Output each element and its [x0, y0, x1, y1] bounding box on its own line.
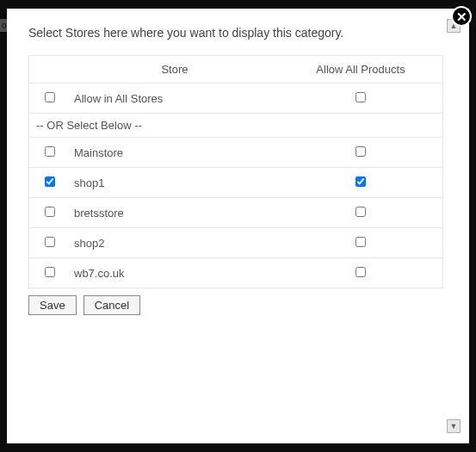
table-row: shop2 — [29, 228, 442, 258]
store-select-modal: ✕ ▲ ▼ Select Stores here where you want … — [7, 9, 469, 443]
all-stores-select-checkbox[interactable] — [45, 92, 55, 102]
store-select-checkbox[interactable] — [45, 267, 55, 277]
store-select-checkbox[interactable] — [45, 237, 55, 247]
scroll-down-button[interactable]: ▼ — [447, 419, 461, 433]
store-name: shop1 — [71, 170, 279, 196]
header-allow: Allow All Products — [279, 56, 442, 83]
store-select-checkbox[interactable] — [45, 176, 55, 187]
store-allow-checkbox[interactable] — [355, 146, 366, 157]
button-row: Save Cancel — [28, 295, 443, 315]
table-row: bretsstore — [29, 198, 442, 228]
store-name: wb7.co.uk — [71, 260, 279, 287]
store-table: Store Allow All Products Allow in All St… — [28, 55, 443, 288]
table-header: Store Allow All Products — [29, 56, 442, 84]
store-allow-checkbox[interactable] — [355, 176, 366, 187]
table-row: wb7.co.uk — [29, 258, 442, 288]
separator-row: -- OR Select Below -- — [29, 114, 442, 138]
header-store: Store — [71, 56, 279, 83]
all-stores-allow-checkbox[interactable] — [355, 92, 366, 102]
store-select-checkbox[interactable] — [45, 146, 55, 157]
header-check-col — [29, 56, 71, 83]
store-select-checkbox[interactable] — [45, 207, 55, 217]
store-allow-checkbox[interactable] — [355, 267, 366, 277]
store-allow-checkbox[interactable] — [355, 207, 366, 217]
all-stores-label: Allow in All Stores — [71, 85, 279, 112]
all-stores-row: Allow in All Stores — [29, 84, 442, 114]
store-name: Mainstore — [71, 139, 279, 166]
instruction-text: Select Stores here where you want to dis… — [28, 26, 443, 40]
table-row: shop1 — [29, 168, 442, 198]
cancel-button[interactable]: Cancel — [83, 295, 140, 315]
store-name: shop2 — [71, 230, 279, 257]
save-button[interactable]: Save — [28, 295, 77, 315]
store-allow-checkbox[interactable] — [355, 237, 366, 247]
store-name: bretsstore — [71, 200, 279, 226]
close-icon[interactable]: ✕ — [451, 6, 472, 27]
modal-content: Select Stores here where you want to dis… — [7, 9, 469, 443]
table-row: Mainstore — [29, 138, 442, 168]
